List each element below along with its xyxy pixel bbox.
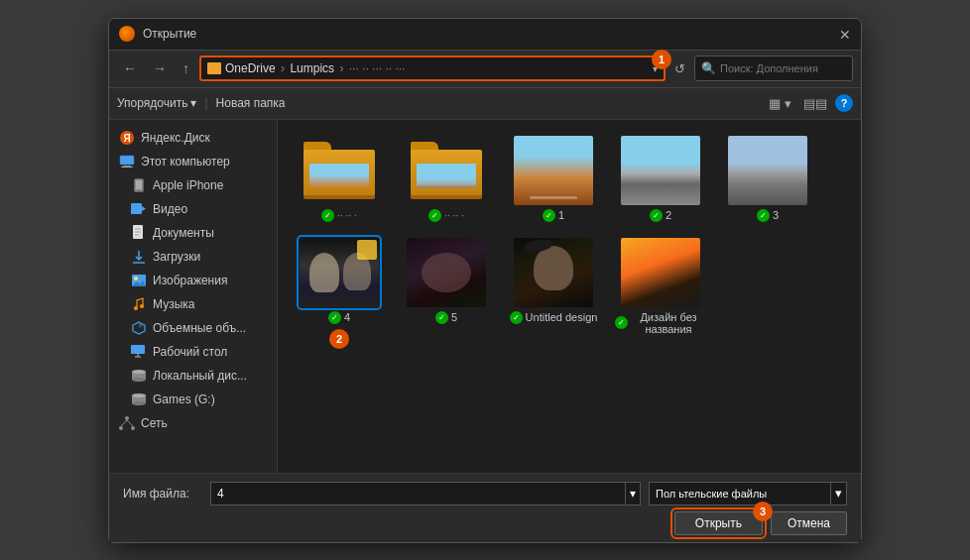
images-icon xyxy=(131,273,147,288)
img5-check: ✓ xyxy=(435,311,448,324)
title-bar: Открытие ✕ xyxy=(109,19,861,51)
sidebar-label-music: Музыка xyxy=(153,297,194,311)
toolbar-right-actions: ▦ ▾ ▤▤ ? xyxy=(765,93,853,114)
sidebar-label-documents: Документы xyxy=(153,226,214,240)
back-button[interactable]: ← xyxy=(117,56,143,80)
sidebar-label-network: Сеть xyxy=(141,416,168,430)
img5-thumbnail xyxy=(407,238,486,307)
pane-button[interactable]: ▤▤ xyxy=(799,93,831,114)
sidebar-item-downloads[interactable]: Загрузки xyxy=(109,245,277,269)
sidebar-item-network[interactable]: Сеть xyxy=(109,411,277,435)
up-button[interactable]: ↑ xyxy=(177,56,195,80)
sidebar: Я Яндекс.Диск Этот компьютер Apple iPhon… xyxy=(109,120,278,473)
filename-label: Имя файла: xyxy=(123,487,202,501)
games-icon xyxy=(131,392,147,407)
badge-1: 1 xyxy=(652,50,671,69)
documents-icon xyxy=(131,225,147,241)
folder2-check: ✓ xyxy=(428,209,441,222)
img2-check: ✓ xyxy=(650,209,663,222)
sidebar-item-images[interactable]: Изображения xyxy=(109,269,277,292)
filename-row: Имя файла: ▾ Пол ьтельские файлы ▾ xyxy=(123,482,847,505)
svg-marker-9 xyxy=(142,206,146,211)
folder1-label-row: ✓ ·· ·· · xyxy=(294,209,385,222)
open-dialog: Открытие ✕ ← → ↑ OneDrive › Lumpics › ··… xyxy=(108,18,862,543)
sidebar-item-documents[interactable]: Документы xyxy=(109,221,277,245)
svg-line-34 xyxy=(121,420,127,426)
folder1-label: ·· ·· · xyxy=(337,210,356,221)
sidebar-label-local-disk: Локальный дис... xyxy=(153,369,247,383)
file-item-folder1[interactable]: ✓ ·· ·· · xyxy=(290,132,389,226)
pane-icon: ▤▤ xyxy=(803,96,827,111)
sidebar-item-yandex-disk[interactable]: Я Яндекс.Диск xyxy=(109,126,277,150)
sidebar-label-objects: Объемные объ... xyxy=(153,321,246,335)
svg-point-31 xyxy=(125,416,129,420)
file-grid: ✓ ·· ·· · xyxy=(278,120,861,473)
img4-label: 4 xyxy=(344,311,350,323)
sidebar-item-music[interactable]: Музыка xyxy=(109,292,277,316)
svg-point-30 xyxy=(132,401,146,405)
svg-rect-8 xyxy=(131,203,142,214)
path-part1: OneDrive xyxy=(225,61,276,75)
address-bar[interactable]: OneDrive › Lumpics › ··· ·· ··· ·· ··· ▾… xyxy=(199,56,666,81)
new-folder-button[interactable]: Новая папка xyxy=(216,96,286,110)
video-icon xyxy=(131,201,147,217)
second-toolbar: Упорядочить ▾ | Новая папка ▦ ▾ ▤▤ ? xyxy=(109,88,861,120)
img4-thumbnail xyxy=(300,238,379,307)
file-item-folder2[interactable]: ✓ ·· ·· · xyxy=(397,132,496,226)
img5-label: 5 xyxy=(451,311,457,323)
sidebar-item-local-disk[interactable]: Локальный дис... xyxy=(109,364,277,388)
address-path: OneDrive › Lumpics › ··· ·· ··· ·· ··· xyxy=(225,61,649,75)
img3-label: 3 xyxy=(773,209,779,221)
sidebar-label-this-pc: Этот компьютер xyxy=(141,155,230,168)
folder1-check: ✓ xyxy=(321,209,334,222)
file-item-img1[interactable]: ✓ 1 xyxy=(504,132,603,226)
filetype-dropdown-button[interactable]: ▾ xyxy=(831,482,847,505)
sidebar-item-this-pc[interactable]: Этот компьютер xyxy=(109,150,277,173)
img1-check: ✓ xyxy=(543,209,555,222)
svg-point-32 xyxy=(119,426,123,430)
filename-dropdown-button[interactable]: ▾ xyxy=(626,482,641,505)
open-button[interactable]: Открыть xyxy=(674,511,763,535)
svg-rect-4 xyxy=(121,167,133,168)
untitled-check: ✓ xyxy=(510,311,523,324)
music-icon xyxy=(131,296,147,312)
filename-input[interactable] xyxy=(210,482,626,505)
yandex-disk-icon: Я xyxy=(119,130,135,146)
address-toolbar: ← → ↑ OneDrive › Lumpics › ··· ·· ··· ··… xyxy=(109,51,861,88)
sidebar-item-objects[interactable]: Объемные объ... xyxy=(109,316,277,340)
sort-button[interactable]: Упорядочить ▾ xyxy=(117,96,196,110)
close-button[interactable]: ✕ xyxy=(839,28,851,40)
file-item-img5[interactable]: ✓ 5 xyxy=(397,234,496,339)
view-button[interactable]: ▦ ▾ xyxy=(765,93,795,114)
design-check: ✓ xyxy=(615,316,628,329)
svg-point-19 xyxy=(140,304,144,308)
sidebar-item-desktop[interactable]: Рабочий стол xyxy=(109,340,277,364)
file-item-img3[interactable]: ✓ 3 xyxy=(718,132,817,226)
untitled-label: Untitled design xyxy=(526,311,598,323)
file-item-untitled[interactable]: ✓ Untitled design xyxy=(504,234,603,339)
img4-check: ✓ xyxy=(328,311,341,324)
search-box[interactable]: 🔍 Поиск: Дополнения xyxy=(694,56,853,81)
refresh-button[interactable]: ↺ xyxy=(669,57,690,80)
path-part3: ··· ·· ··· ·· ··· xyxy=(349,61,406,75)
svg-point-16 xyxy=(134,277,138,280)
cancel-button[interactable]: Отмена xyxy=(771,511,847,535)
filename-input-wrapper: ▾ xyxy=(210,482,641,505)
local-disk-icon xyxy=(131,368,147,384)
sort-arrow: ▾ xyxy=(190,96,196,110)
file-item-design-no-name[interactable]: ✓ Дизайн без названия xyxy=(611,234,710,339)
sidebar-label-downloads: Загрузки xyxy=(153,250,200,264)
file-item-img2[interactable]: ✓ 2 xyxy=(611,132,710,226)
forward-button[interactable]: → xyxy=(147,56,173,80)
design-label: Дизайн без названия xyxy=(631,311,706,335)
sidebar-item-video[interactable]: Видео xyxy=(109,197,277,221)
img2-label: 2 xyxy=(666,209,671,221)
main-content: Я Яндекс.Диск Этот компьютер Apple iPhon… xyxy=(109,120,861,473)
dialog-icon xyxy=(119,26,135,42)
sidebar-item-games[interactable]: Games (G:) xyxy=(109,388,277,411)
img2-thumbnail xyxy=(621,136,700,205)
file-item-img4[interactable]: ✓ 4 2 xyxy=(290,234,389,339)
folder2-label-row: ✓ ·· ·· · xyxy=(401,209,492,222)
help-button[interactable]: ? xyxy=(835,94,853,112)
sidebar-item-apple-iphone[interactable]: Apple iPhone xyxy=(109,173,277,197)
